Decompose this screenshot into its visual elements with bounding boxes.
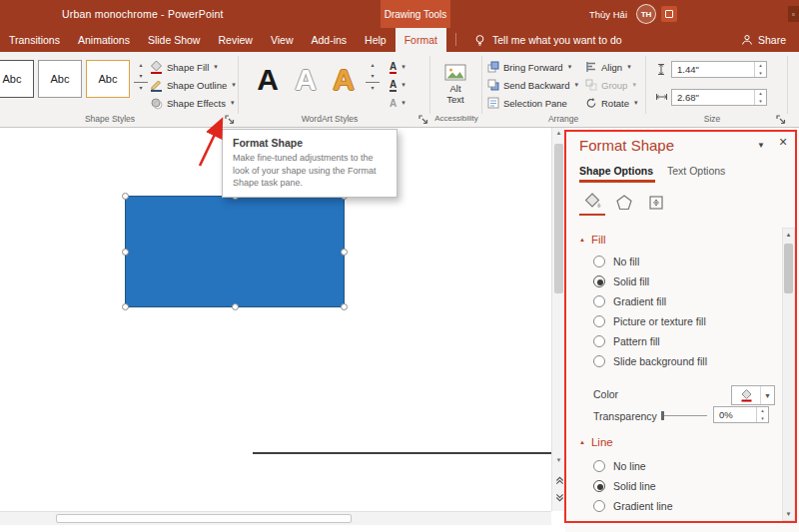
- pane-close-icon[interactable]: ×: [779, 134, 787, 150]
- tab-animations[interactable]: Animations: [69, 28, 139, 52]
- resize-handle[interactable]: [232, 303, 239, 310]
- radio-slide-background-fill[interactable]: Slide background fill: [593, 355, 707, 367]
- shape-width-field[interactable]: 2.68" ▴▾: [671, 89, 767, 106]
- width-spinner[interactable]: ▴▾: [754, 90, 766, 105]
- scroll-up-icon[interactable]: ▲: [552, 130, 565, 136]
- radio-gradient-line[interactable]: Gradient line: [593, 500, 673, 512]
- slider-track[interactable]: [661, 415, 707, 416]
- alt-text-button[interactable]: Alt Text: [433, 57, 477, 113]
- spin-up-icon[interactable]: ▴: [755, 62, 766, 70]
- drawing-tools-contextual-group[interactable]: Drawing Tools: [381, 0, 450, 28]
- gallery-down-icon[interactable]: ▾: [366, 71, 380, 82]
- fill-color-button[interactable]: ▼: [731, 385, 775, 405]
- text-fill-button[interactable]: A ▾: [390, 59, 405, 75]
- bring-forward-button[interactable]: Bring Forward ▾: [487, 59, 571, 75]
- radio-solid-line[interactable]: Solid line: [593, 480, 656, 492]
- spin-up-icon[interactable]: ▴: [757, 407, 768, 415]
- tell-me-box[interactable]: Tell me what you want to do: [465, 28, 630, 52]
- resize-handle[interactable]: [122, 193, 129, 200]
- transparency-value-field[interactable]: 0% ▴▾: [713, 406, 769, 423]
- selection-pane-button[interactable]: Selection Pane: [487, 95, 567, 111]
- transparency-spinner[interactable]: ▴▾: [756, 407, 768, 422]
- pane-options-chevron-icon[interactable]: ▼: [757, 141, 765, 150]
- shape-effects-button[interactable]: Shape Effects ▾: [150, 95, 235, 111]
- tab-slide-show[interactable]: Slide Show: [139, 28, 210, 52]
- radio-selected-icon: [593, 275, 605, 287]
- resize-handle[interactable]: [122, 249, 129, 256]
- tab-transitions[interactable]: Transitions: [0, 28, 69, 52]
- tab-text-options[interactable]: Text Options: [667, 165, 725, 177]
- radio-solid-fill[interactable]: Solid fill: [593, 275, 649, 287]
- size-properties-category-button[interactable]: [643, 190, 669, 216]
- canvas-vertical-scrollbar[interactable]: ▲ ▼: [551, 128, 565, 511]
- radio-no-fill[interactable]: No fill: [593, 256, 639, 267]
- gallery-more-icon[interactable]: ▾: [134, 82, 148, 94]
- text-effects-button[interactable]: A ▾: [390, 95, 405, 111]
- ribbon-display-options-icon[interactable]: [661, 6, 677, 22]
- wordart-style-preview[interactable]: A: [326, 56, 362, 104]
- share-button[interactable]: Share: [741, 28, 786, 52]
- scrollbar-thumb[interactable]: [554, 144, 563, 293]
- shape-styles-dialog-launcher[interactable]: [224, 114, 236, 126]
- spin-up-icon[interactable]: ▴: [755, 90, 766, 98]
- scroll-down-icon[interactable]: ▼: [552, 457, 565, 463]
- scrollbar-thumb[interactable]: [784, 244, 793, 293]
- resize-handle[interactable]: [341, 303, 348, 310]
- spin-down-icon[interactable]: ▾: [755, 70, 766, 78]
- text-outline-button[interactable]: A ▾: [390, 77, 405, 93]
- spin-down-icon[interactable]: ▾: [757, 415, 768, 423]
- gallery-more-icon[interactable]: ▾: [366, 82, 380, 94]
- tab-add-ins[interactable]: Add-ins: [302, 28, 356, 52]
- user-avatar[interactable]: TH: [636, 4, 656, 24]
- scroll-up-icon[interactable]: ▲: [783, 232, 794, 238]
- fill-header-label: Fill: [591, 234, 606, 246]
- shape-fill-button[interactable]: Shape Fill ▾: [150, 59, 218, 75]
- radio-picture-texture-fill[interactable]: Picture or texture fill: [593, 315, 706, 327]
- align-button[interactable]: Align ▾: [585, 59, 631, 75]
- group-button[interactable]: Group ▾: [585, 77, 636, 93]
- chevron-down-icon[interactable]: ▼: [760, 386, 774, 404]
- gallery-down-icon[interactable]: ▾: [134, 71, 148, 82]
- tab-review[interactable]: Review: [209, 28, 261, 52]
- selected-rectangle-shape[interactable]: [125, 196, 345, 307]
- gallery-up-icon[interactable]: ▴: [366, 60, 380, 71]
- spin-down-icon[interactable]: ▾: [755, 98, 766, 106]
- shape-style-preview[interactable]: Abc: [0, 60, 34, 98]
- shape-style-preview[interactable]: Abc: [38, 60, 82, 98]
- radio-gradient-fill[interactable]: Gradient fill: [593, 295, 666, 307]
- send-backward-button[interactable]: Send Backward ▾: [487, 77, 578, 93]
- slider-thumb[interactable]: [661, 411, 664, 420]
- shape-outline-button[interactable]: Shape Outline ▾: [150, 77, 236, 93]
- tab-format[interactable]: Format: [396, 28, 446, 52]
- tab-view[interactable]: View: [262, 28, 303, 52]
- fill-section-header[interactable]: ▲ Fill: [579, 234, 606, 246]
- height-spinner[interactable]: ▴▾: [754, 62, 766, 77]
- color-label: Color: [593, 388, 618, 400]
- wordart-gallery-arrows[interactable]: ▴ ▾ ▾: [366, 60, 380, 94]
- wordart-style-preview[interactable]: A: [250, 56, 286, 104]
- fill-line-category-button[interactable]: [579, 190, 605, 216]
- wordart-style-preview[interactable]: A: [288, 56, 324, 104]
- tab-help[interactable]: Help: [356, 28, 396, 52]
- radio-pattern-fill[interactable]: Pattern fill: [593, 335, 660, 347]
- window-control-partial-icon[interactable]: ▫: [788, 6, 799, 22]
- shape-height-field[interactable]: 1.44" ▴▾: [671, 61, 767, 78]
- tab-shape-options[interactable]: Shape Options: [579, 165, 653, 177]
- radio-no-line[interactable]: No line: [593, 460, 646, 472]
- pane-vertical-scrollbar[interactable]: ▲ ▼: [782, 228, 795, 521]
- gallery-up-icon[interactable]: ▴: [134, 60, 148, 71]
- style-gallery-arrows[interactable]: ▴ ▾ ▾: [134, 60, 148, 94]
- size-dialog-launcher[interactable]: [775, 114, 787, 126]
- canvas-horizontal-scrollbar[interactable]: [0, 511, 551, 525]
- shape-style-preview[interactable]: Abc: [86, 60, 130, 98]
- resize-handle[interactable]: [341, 249, 348, 256]
- effects-category-button[interactable]: [611, 190, 637, 216]
- resize-handle[interactable]: [122, 303, 129, 310]
- rotate-button[interactable]: Rotate ▾: [585, 95, 638, 111]
- scroll-down-icon[interactable]: ▼: [783, 511, 794, 517]
- line-section-header[interactable]: ▲ Line: [579, 436, 613, 448]
- transparency-slider[interactable]: [661, 409, 709, 421]
- previous-slide-button[interactable]: [553, 473, 565, 488]
- next-slide-button[interactable]: [553, 490, 565, 505]
- scrollbar-thumb[interactable]: [56, 514, 352, 523]
